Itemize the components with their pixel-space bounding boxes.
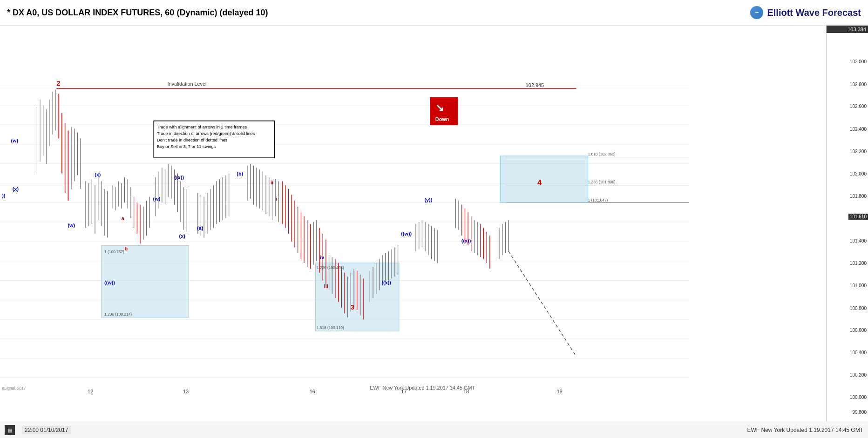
logo-icon — [750, 6, 763, 19]
brand-logo: Elliott Wave Forecast — [750, 6, 861, 19]
chart-icon: ▤ — [5, 425, 15, 435]
wave-x3: (x) — [179, 233, 186, 239]
svg-text:Don't trade in direction of do: Don't trade in direction of dotted lines — [157, 138, 228, 142]
invalidation-price: 102.945 — [526, 82, 544, 88]
svg-text:Buy or Sell in 3, 7 or 11 swin: Buy or Sell in 3, 7 or 11 swings — [157, 144, 216, 149]
wave-b2: (b) — [237, 171, 243, 176]
x-label-12: 12 — [88, 389, 93, 394]
price-102600: 102.600 — [850, 104, 868, 109]
svg-rect-22 — [500, 156, 588, 202]
wave-3-label: 3 — [351, 303, 354, 311]
svg-text:Trade in direction of arrows (: Trade in direction of arrows (red/green)… — [157, 131, 255, 136]
fib-1618: 1.618 (102.062) — [588, 152, 616, 156]
price-100800: 100.800 — [850, 306, 868, 311]
price-101800: 101.800 — [850, 194, 868, 199]
esignal-watermark: eSignal, 2017 — [2, 386, 26, 391]
x-label-19: 19 — [557, 389, 563, 394]
wave-w2: (w) — [68, 222, 75, 228]
price-100400: 100.400 — [850, 350, 868, 355]
wave-b: b — [125, 246, 128, 251]
chart-header: * DX A0, US DOLLAR INDEX FUTURES, 60 (Dy… — [0, 0, 868, 26]
fib-ww-1236: 1.236 (100.214) — [104, 312, 132, 317]
svg-text:Trade with alignment of arrows: Trade with alignment of arrows in 2 time… — [157, 125, 247, 129]
wave-ww-box-label: ((w)) — [104, 280, 115, 285]
price-101000: 101.000 — [850, 283, 868, 288]
price-101200: 101.200 — [850, 261, 868, 266]
wave-2-label: 2 — [56, 79, 60, 87]
current-price-value: 103.384 — [848, 27, 866, 32]
price-102800: 102.800 — [850, 82, 868, 87]
price-100000: 100.000 — [850, 395, 868, 400]
fib-1: 1 (101.647) — [588, 198, 608, 202]
wave-i: i — [276, 196, 277, 202]
wave-ii: ii — [271, 180, 273, 185]
price-100200: 100.200 — [850, 372, 868, 377]
wave-bracket: )) — [2, 193, 6, 198]
wave-iv: iv — [320, 255, 324, 260]
wave-4-label: 4 — [537, 178, 542, 187]
price-101610: 101.610 — [848, 214, 868, 220]
fib-3-1618: 1.618 (100.110) — [317, 325, 344, 330]
svg-text:Down: Down — [435, 116, 449, 122]
wave-xx2: ((x)) — [381, 280, 391, 285]
fib-1236: 1.236 (101.806) — [588, 180, 616, 184]
wave-w3: (w) — [153, 196, 161, 202]
bottom-ewf: EWF New York Updated 1.19.2017 14:45 GMT — [747, 427, 863, 433]
wave-a: a — [122, 216, 125, 221]
fib-3-1236: 1.236 (100.495) — [317, 265, 344, 270]
wave-ww2: ((w)) — [401, 231, 412, 236]
price-99800: 99.800 — [852, 410, 868, 415]
fib-ww-1: 1 (100.737) — [104, 249, 124, 254]
wave-yy: (y)) — [424, 197, 432, 202]
bottom-bar: ▤ 22:00 01/10/2017 EWF New York Updated … — [0, 422, 868, 438]
x-label-13: 13 — [183, 389, 189, 394]
wave-x2: (x) — [95, 172, 101, 177]
wave-a2: (a) — [197, 225, 203, 231]
wave-xx: ((x)) — [175, 175, 184, 180]
price-100600: 100.600 — [850, 328, 868, 333]
wave-x1: (x) — [13, 186, 19, 192]
current-price-box: 103.384 — [827, 26, 868, 33]
chart-container: * DX A0, US DOLLAR INDEX FUTURES, 60 (Dy… — [0, 0, 868, 438]
price-102000: 102.000 — [850, 171, 868, 176]
wave-iii: iii — [324, 283, 328, 289]
chart-svg: Trade with alignment of arrows in 2 time… — [0, 26, 689, 438]
price-103: 103.000 — [850, 59, 868, 64]
price-102200: 102.200 — [850, 149, 868, 154]
wave-w1: (w) — [11, 138, 18, 143]
bottom-time: 22:00 01/10/2017 — [22, 426, 71, 434]
ewf-watermark: EWF New York Updated 1.19.2017 14:45 GMT — [370, 385, 475, 391]
svg-text:↘: ↘ — [435, 102, 444, 114]
chart-title: * DX A0, US DOLLAR INDEX FUTURES, 60 (Dy… — [7, 8, 268, 18]
x-label-16: 16 — [310, 389, 315, 394]
wave-xx3: ((x)) — [461, 238, 471, 243]
price-axis: 103.384 103.000 102.800 102.600 102.400 … — [826, 26, 868, 422]
svg-line-161 — [509, 251, 576, 357]
invalidation-label: Invalidation Level — [168, 81, 207, 87]
price-101400: 101.400 — [850, 238, 868, 243]
price-102400: 102.400 — [850, 127, 868, 132]
brand-name: Elliott Wave Forecast — [767, 7, 861, 18]
